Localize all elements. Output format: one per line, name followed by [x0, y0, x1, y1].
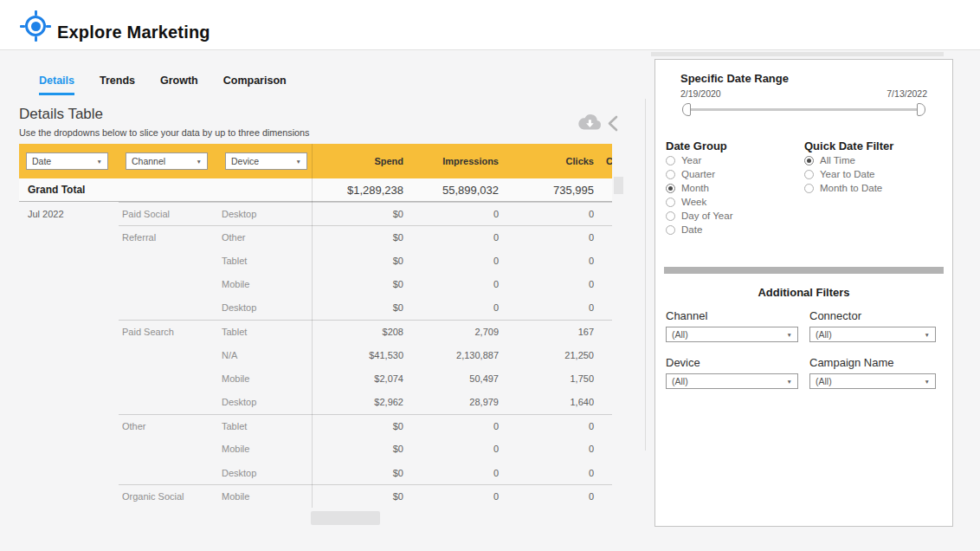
- row-extra-cell: [597, 438, 612, 461]
- row-value-1: 0: [407, 202, 502, 225]
- row-date: [19, 225, 119, 249]
- column-header-spend[interactable]: Spend: [312, 156, 407, 166]
- row-date: [19, 296, 119, 320]
- radio-icon: [666, 184, 675, 193]
- row-channel: Other: [119, 414, 218, 438]
- table-row[interactable]: N/A$41,5302,130,88721,250: [19, 343, 612, 366]
- tab-details[interactable]: Details: [39, 75, 74, 95]
- slider-start-handle[interactable]: [682, 103, 691, 116]
- tab-comparison[interactable]: Comparison: [223, 75, 287, 95]
- column-header-clicks[interactable]: Clicks: [502, 156, 597, 166]
- chevron-down-icon: ▼: [925, 379, 930, 385]
- slider-track[interactable]: [686, 108, 922, 111]
- row-channel: [119, 296, 218, 320]
- horizontal-scrollbar-thumb[interactable]: [311, 511, 380, 525]
- column-header-c[interactable]: C: [597, 156, 612, 166]
- radio-label: Week: [681, 197, 706, 207]
- row-extra-cell: [597, 391, 612, 414]
- radio-label: Quarter: [681, 169, 715, 179]
- vertical-scrollbar-thumb[interactable]: [614, 177, 623, 194]
- row-date: [19, 461, 119, 484]
- radio-option-quarter[interactable]: Quarter: [666, 169, 732, 179]
- filter-dropdown-campaign-name[interactable]: (All)▼: [809, 373, 936, 389]
- table-row[interactable]: Mobile$000: [19, 438, 612, 461]
- chevron-down-icon: ▼: [787, 379, 792, 385]
- row-extra-cell: [597, 414, 612, 438]
- radio-option-year-to-date[interactable]: Year to Date: [804, 169, 882, 179]
- row-value-2: 1,750: [502, 366, 597, 390]
- row-value-1: 2,130,887: [407, 343, 502, 366]
- dimension-dropdown-device[interactable]: Device▼: [225, 152, 307, 170]
- row-value-1: 0: [407, 273, 502, 296]
- logo-tick: [46, 25, 51, 28]
- radio-label: Year to Date: [820, 169, 875, 179]
- table-row[interactable]: OtherTablet$000: [19, 414, 612, 438]
- row-value-2: 0: [502, 461, 597, 484]
- dropdown-value: (All): [816, 376, 832, 386]
- dimension-dropdown-date[interactable]: Date▼: [26, 152, 108, 170]
- row-value-1: 0: [407, 249, 502, 272]
- table-header-row: Date▼Channel▼Device▼SpendImpressionsClic…: [19, 144, 612, 178]
- row-device: N/A: [218, 343, 312, 366]
- radio-option-month[interactable]: Month: [666, 183, 732, 193]
- radio-option-all-time[interactable]: All Time: [804, 155, 882, 165]
- radio-option-date[interactable]: Date: [666, 224, 732, 235]
- tab-trends[interactable]: Trends: [100, 75, 135, 95]
- slider-end-handle[interactable]: [917, 103, 925, 116]
- row-extra-cell: [597, 484, 612, 508]
- radio-option-day-of-year[interactable]: Day of Year: [666, 211, 732, 221]
- table-body: Jul 2022Paid SocialDesktop$000ReferralOt…: [19, 202, 612, 508]
- table-row[interactable]: Mobile$000: [19, 273, 612, 296]
- date-range-slider[interactable]: [682, 102, 925, 118]
- row-device: Mobile: [218, 366, 312, 390]
- table-row[interactable]: Jul 2022Paid SocialDesktop$000: [19, 202, 612, 225]
- cloud-download-icon[interactable]: [577, 113, 603, 135]
- quick-date-filter-title: Quick Date Filter: [804, 139, 893, 152]
- row-value-2: 0: [502, 484, 597, 508]
- radio-icon: [666, 170, 675, 179]
- row-value-2: 0: [502, 249, 597, 272]
- row-value-0: $0: [312, 273, 407, 296]
- filter-dropdown-device[interactable]: (All)▼: [666, 373, 798, 389]
- grand-total-row: Grand Total $1,289,238 55,899,032 735,99…: [19, 178, 612, 202]
- table-row[interactable]: Paid SearchTablet$2082,709167: [19, 320, 612, 343]
- date-range-start: 2/19/2020: [680, 88, 721, 99]
- table-row[interactable]: Mobile$2,07450,4971,750: [19, 366, 612, 390]
- page-title: Explore Marketing: [57, 23, 210, 42]
- dimension-dropdown-channel[interactable]: Channel▼: [126, 152, 208, 170]
- date-group-radio-list: YearQuarterMonthWeekDay of YearDate: [666, 155, 732, 235]
- target-crosshair-icon: [20, 10, 51, 42]
- row-channel: [119, 438, 218, 461]
- radio-option-year[interactable]: Year: [666, 155, 732, 165]
- radio-label: Year: [681, 155, 701, 165]
- dropdown-value: (All): [672, 329, 688, 340]
- table-row[interactable]: Desktop$000: [19, 461, 612, 484]
- radio-icon: [666, 211, 675, 221]
- filters-panel: Specific Date Range 2/19/2020 7/13/2022 …: [654, 59, 953, 527]
- row-value-2: 0: [502, 438, 597, 461]
- table-row[interactable]: Tablet$000: [19, 249, 612, 272]
- table-row[interactable]: Desktop$2,96228,9791,640: [19, 391, 612, 414]
- chevron-down-icon: ▼: [296, 159, 301, 165]
- row-value-1: 28,979: [407, 391, 502, 414]
- radio-icon: [666, 225, 675, 235]
- radio-label: Month: [681, 183, 709, 193]
- row-value-0: $0: [312, 296, 407, 320]
- row-channel: Paid Search: [119, 320, 218, 343]
- table-row[interactable]: ReferralOther$000: [19, 225, 612, 249]
- radio-option-month-to-date[interactable]: Month to Date: [804, 183, 882, 193]
- additional-filters-grid: Channel(All)▼Connector(All)▼Device(All)▼…: [666, 309, 938, 389]
- column-header-impressions[interactable]: Impressions: [407, 156, 502, 166]
- radio-option-week[interactable]: Week: [666, 197, 732, 207]
- grand-total-impressions: 55,899,032: [407, 184, 502, 197]
- tab-growth[interactable]: Growth: [160, 75, 198, 95]
- filter-dropdown-channel[interactable]: (All)▼: [666, 327, 798, 342]
- table-row[interactable]: Desktop$000: [19, 296, 612, 320]
- radio-icon: [804, 170, 814, 179]
- filter-dropdown-connector[interactable]: (All)▼: [809, 327, 936, 342]
- table-row[interactable]: Organic SocialMobile$000: [19, 484, 612, 508]
- row-extra-cell: [597, 296, 612, 320]
- chevron-left-icon[interactable]: [607, 115, 619, 135]
- panel-divider-line: [645, 99, 646, 451]
- row-channel: [119, 343, 218, 366]
